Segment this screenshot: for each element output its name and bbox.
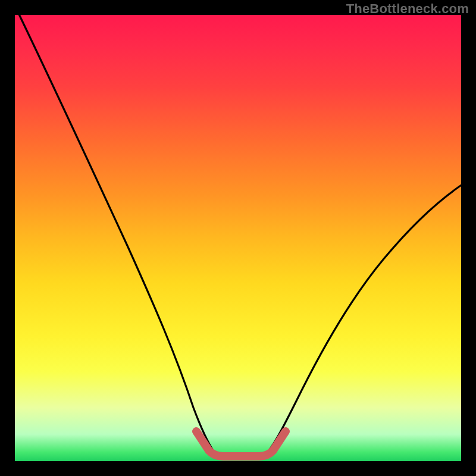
left-curve <box>18 12 214 452</box>
chart-frame: TheBottleneck.com <box>0 0 476 476</box>
chart-lines <box>15 15 461 461</box>
plot-area <box>15 15 461 461</box>
watermark-text: TheBottleneck.com <box>346 1 469 17</box>
right-curve <box>268 184 462 452</box>
